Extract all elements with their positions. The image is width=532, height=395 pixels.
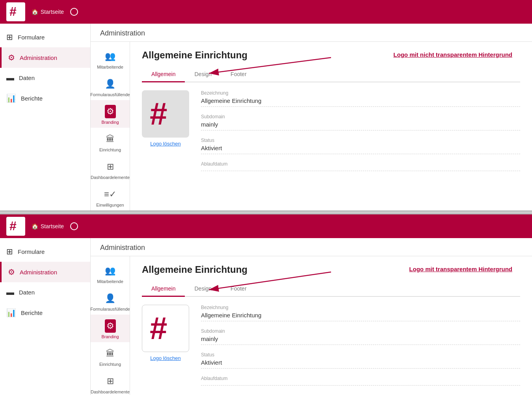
sidebar-item-formulare-2[interactable]: ⊞ Formulare <box>0 241 90 262</box>
topbar: # 🏠 Startseite <box>0 0 532 24</box>
tab-design-2[interactable]: Design <box>185 281 221 297</box>
sub-item-branding-2[interactable]: ⚙ Branding <box>91 315 130 342</box>
svg-text:#: # <box>150 311 167 346</box>
sidebar-item-berichte-2[interactable]: 📊 Berichte <box>0 302 90 323</box>
sidebar-item-daten-2[interactable]: ▬ Daten <box>0 282 90 302</box>
breadcrumb-1: Administration <box>91 24 532 42</box>
field-value-status-2: Aktiviert <box>201 359 520 369</box>
field-label-subdomain-2: Subdomain <box>201 328 520 334</box>
einwilligungen-icon: ≡✓ <box>102 188 118 201</box>
app-logo[interactable]: # <box>6 2 25 21</box>
sub-label-mitarbeitende: Mitarbeitende <box>97 65 123 69</box>
mitarbeitende-icon-2: 👥 <box>103 264 117 278</box>
einrichtung-icon: 🏛 <box>104 132 116 146</box>
sub-item-branding[interactable]: ⚙ Branding <box>91 100 130 128</box>
field-label-bezeichnung-1: Bezeichnung <box>201 90 520 96</box>
field-label-ablaufdatum-2: Ablaufdatum <box>201 376 520 381</box>
tab-design-1[interactable]: Design <box>185 67 221 82</box>
field-label-status-1: Status <box>201 138 520 143</box>
form-title-1: Allgemeine Einrichtung <box>142 50 520 61</box>
sub-item-einwilligungen[interactable]: ≡✓ Einwilligungen <box>91 183 130 211</box>
panel-1: # 🏠 Startseite ⊞ Formulare ⚙ Administrat… <box>0 0 532 211</box>
sub-label-formularausfuellende: Formularausfüllende <box>90 92 130 97</box>
field-label-subdomain-1: Subdomain <box>201 114 520 119</box>
main-content-2: Administration 👥 Mitarbeitende 👤 Formula… <box>91 238 532 395</box>
field-value-status-1: Aktiviert <box>201 145 520 154</box>
sub-item-formularausfuellende[interactable]: 👤 Formularausfüllende <box>91 73 130 100</box>
field-value-subdomain-2: mainly <box>201 335 520 345</box>
sub-item-dashboardelemente-2[interactable]: ⊞ Dashboardelemente <box>91 370 130 395</box>
sub-sidebar-2: 👥 Mitarbeitende 👤 Formularausfüllende ⚙ … <box>91 256 130 395</box>
field-subdomain-1: Subdomain mainly <box>201 114 520 130</box>
field-value-bezeichnung-1: Allgemeine Einrichtung <box>201 97 520 107</box>
sidebar-2: ⊞ Formulare ⚙ Administration ▬ Daten 📊 B… <box>0 238 91 395</box>
field-status-2: Status Aktiviert <box>201 352 520 369</box>
tab-allgemein-2[interactable]: Allgemein <box>142 281 185 297</box>
sub-label-einrichtung-2: Einrichtung <box>99 362 121 367</box>
main-content-1: Administration 👥 Mitarbeitende 👤 Formula… <box>91 24 532 211</box>
sub-item-einrichtung[interactable]: 🏛 Einrichtung <box>91 128 130 155</box>
field-label-bezeichnung-2: Bezeichnung <box>201 305 520 310</box>
field-value-ablaufdatum-2 <box>201 383 520 386</box>
topbar-2: # 🏠 Startseite <box>0 214 532 238</box>
sidebar-label-formulare-2: Formulare <box>18 248 45 255</box>
sub-item-dashboardelemente[interactable]: ⊞ Dashboardelemente <box>91 155 130 183</box>
sidebar-label-administration: Administration <box>20 54 57 61</box>
einrichtung-icon-2: 🏛 <box>104 347 116 360</box>
field-ablaufdatum-1: Ablaufdatum <box>201 161 520 171</box>
daten-icon: ▬ <box>6 73 14 82</box>
sidebar-item-daten[interactable]: ▬ Daten <box>0 68 90 88</box>
sidebar-item-administration-2[interactable]: ⚙ Administration <box>0 262 90 282</box>
sidebar-label-berichte: Berichte <box>21 95 43 102</box>
sidebar-item-administration[interactable]: ⚙ Administration <box>0 47 90 68</box>
branding-icon-2: ⚙ <box>105 319 116 333</box>
logo-box-2: # <box>142 305 189 352</box>
inner-layout-2: 👥 Mitarbeitende 👤 Formularausfüllende ⚙ … <box>91 256 532 395</box>
home-label: Startseite <box>41 9 64 15</box>
sub-item-mitarbeitende-2[interactable]: 👥 Mitarbeitende <box>91 259 130 287</box>
section-divider <box>0 211 532 214</box>
svg-text:#: # <box>9 219 17 233</box>
administration-icon: ⚙ <box>8 53 15 62</box>
sidebar-item-berichte[interactable]: 📊 Berichte <box>0 88 90 108</box>
fields-section-1: Bezeichnung Allgemeine Einrichtung Subdo… <box>201 90 520 178</box>
logo-section-1: # Logo löschen <box>142 90 189 178</box>
logo-delete-link-2[interactable]: Logo löschen <box>150 355 180 361</box>
dashboardelemente-icon: ⊞ <box>105 160 115 173</box>
home-icon: 🏠 <box>32 9 38 15</box>
formulare-icon: ⊞ <box>6 32 13 42</box>
field-value-subdomain-1: mainly <box>201 121 520 130</box>
sidebar-label-daten: Daten <box>19 75 35 81</box>
app-layout-1: ⊞ Formulare ⚙ Administration ▬ Daten 📊 B… <box>0 24 532 211</box>
tab-footer-2[interactable]: Footer <box>221 281 256 297</box>
form-title-2: Allgemeine Einrichtung <box>142 264 520 275</box>
sub-label-mitarbeitende-2: Mitarbeitende <box>97 279 123 284</box>
tab-footer-1[interactable]: Footer <box>221 67 256 82</box>
sub-item-formularausfuellende-2[interactable]: 👤 Formularausfüllende <box>91 287 130 315</box>
svg-text:#: # <box>150 96 167 131</box>
formularausfuellende-icon: 👤 <box>103 77 117 91</box>
field-label-status-2: Status <box>201 352 520 358</box>
panel-2: # 🏠 Startseite ⊞ Formulare ⚙ Administrat… <box>0 214 532 395</box>
app-logo-2[interactable]: # <box>6 217 25 236</box>
sidebar-label-daten-2: Daten <box>19 289 35 296</box>
field-subdomain-2: Subdomain mainly <box>201 328 520 345</box>
form-body-2: # Logo löschen Bezeichnung Allgemeine Ei… <box>142 305 520 393</box>
circle-icon <box>70 8 78 16</box>
mitarbeitende-icon: 👥 <box>103 50 117 63</box>
form-body-1: # Logo löschen Bezeichnung Allgemeine Ei… <box>142 90 520 178</box>
logo-delete-link-1[interactable]: Logo löschen <box>150 141 180 147</box>
sub-label-einrichtung: Einrichtung <box>99 147 121 152</box>
sub-item-einrichtung-2[interactable]: 🏛 Einrichtung <box>91 342 130 370</box>
administration-icon-2: ⚙ <box>8 267 15 277</box>
home-nav[interactable]: 🏠 Startseite <box>32 9 64 15</box>
sub-item-mitarbeitende[interactable]: 👥 Mitarbeitende <box>91 45 130 73</box>
daten-icon-2: ▬ <box>6 288 14 297</box>
home-nav-2[interactable]: 🏠 Startseite <box>32 223 64 229</box>
berichte-icon: 📊 <box>6 93 16 103</box>
dashboardelemente-icon-2: ⊞ <box>105 375 115 388</box>
tab-allgemein-1[interactable]: Allgemein <box>142 67 185 82</box>
sidebar-item-formulare[interactable]: ⊞ Formulare <box>0 27 90 47</box>
form-area-2: Logo mit transparentem Hintergrund Allge… <box>130 256 532 395</box>
branding-icon: ⚙ <box>105 105 116 118</box>
